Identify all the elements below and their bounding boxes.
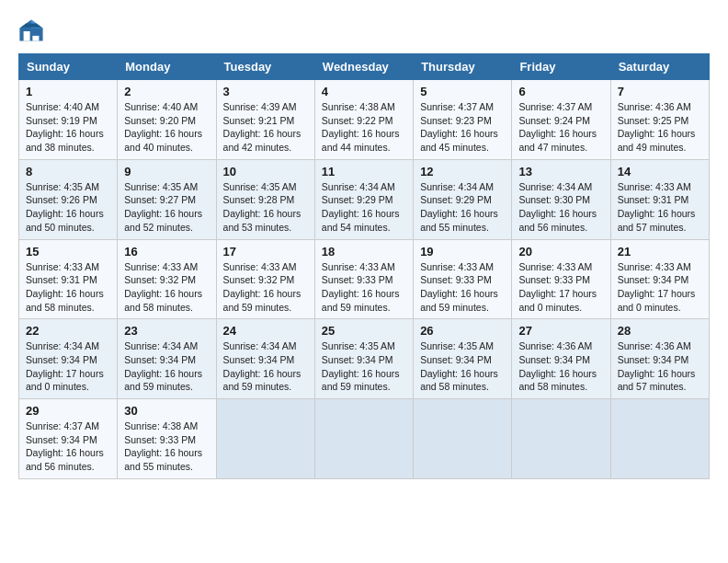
calendar-cell: 11Sunrise: 4:34 AM Sunset: 9:29 PM Dayli… bbox=[314, 159, 413, 239]
calendar-cell: 25Sunrise: 4:35 AM Sunset: 9:34 PM Dayli… bbox=[314, 319, 413, 399]
page: SundayMondayTuesdayWednesdayThursdayFrid… bbox=[0, 0, 728, 498]
day-number: 24 bbox=[223, 324, 308, 338]
day-number: 22 bbox=[26, 324, 110, 338]
column-header-thursday: Thursday bbox=[414, 54, 512, 80]
calendar-cell: 20Sunrise: 4:33 AM Sunset: 9:33 PM Dayli… bbox=[512, 239, 610, 319]
day-info: Sunrise: 4:37 AM Sunset: 9:24 PM Dayligh… bbox=[518, 100, 603, 155]
day-number: 20 bbox=[518, 245, 603, 259]
calendar-cell: 21Sunrise: 4:33 AM Sunset: 9:34 PM Dayli… bbox=[610, 239, 709, 319]
day-info: Sunrise: 4:35 AM Sunset: 9:26 PM Dayligh… bbox=[26, 180, 110, 235]
day-number: 10 bbox=[223, 165, 308, 178]
day-number: 7 bbox=[618, 85, 702, 98]
calendar-cell: 30Sunrise: 4:38 AM Sunset: 9:33 PM Dayli… bbox=[118, 399, 216, 479]
day-info: Sunrise: 4:35 AM Sunset: 9:27 PM Dayligh… bbox=[124, 180, 209, 235]
day-info: Sunrise: 4:35 AM Sunset: 9:28 PM Dayligh… bbox=[223, 180, 308, 235]
day-info: Sunrise: 4:34 AM Sunset: 9:29 PM Dayligh… bbox=[322, 180, 406, 235]
day-info: Sunrise: 4:37 AM Sunset: 9:23 PM Dayligh… bbox=[420, 100, 505, 155]
header bbox=[18, 18, 710, 44]
day-info: Sunrise: 4:36 AM Sunset: 9:25 PM Dayligh… bbox=[618, 100, 702, 155]
calendar-cell: 19Sunrise: 4:33 AM Sunset: 9:33 PM Dayli… bbox=[414, 239, 512, 319]
day-info: Sunrise: 4:40 AM Sunset: 9:19 PM Dayligh… bbox=[26, 100, 110, 155]
day-info: Sunrise: 4:33 AM Sunset: 9:32 PM Dayligh… bbox=[124, 260, 209, 315]
day-number: 3 bbox=[223, 85, 308, 98]
calendar-cell: 17Sunrise: 4:33 AM Sunset: 9:32 PM Dayli… bbox=[216, 239, 314, 319]
calendar-cell: 12Sunrise: 4:34 AM Sunset: 9:29 PM Dayli… bbox=[414, 159, 512, 239]
day-info: Sunrise: 4:39 AM Sunset: 9:21 PM Dayligh… bbox=[223, 100, 308, 155]
calendar-cell: 28Sunrise: 4:36 AM Sunset: 9:34 PM Dayli… bbox=[610, 319, 709, 399]
column-header-saturday: Saturday bbox=[610, 54, 709, 80]
day-number: 12 bbox=[420, 165, 505, 178]
calendar-header-row: SundayMondayTuesdayWednesdayThursdayFrid… bbox=[19, 54, 710, 80]
calendar-cell: 4Sunrise: 4:38 AM Sunset: 9:22 PM Daylig… bbox=[314, 80, 413, 160]
day-number: 1 bbox=[26, 85, 110, 98]
day-info: Sunrise: 4:38 AM Sunset: 9:33 PM Dayligh… bbox=[124, 419, 209, 474]
day-number: 6 bbox=[518, 85, 603, 98]
day-info: Sunrise: 4:34 AM Sunset: 9:30 PM Dayligh… bbox=[518, 180, 603, 235]
day-number: 15 bbox=[26, 245, 110, 259]
day-info: Sunrise: 4:33 AM Sunset: 9:31 PM Dayligh… bbox=[26, 260, 110, 315]
calendar-cell: 9Sunrise: 4:35 AM Sunset: 9:27 PM Daylig… bbox=[118, 159, 216, 239]
calendar-week-row: 29Sunrise: 4:37 AM Sunset: 9:34 PM Dayli… bbox=[19, 399, 710, 479]
day-number: 18 bbox=[322, 245, 406, 259]
day-info: Sunrise: 4:33 AM Sunset: 9:32 PM Dayligh… bbox=[223, 260, 308, 315]
day-info: Sunrise: 4:37 AM Sunset: 9:34 PM Dayligh… bbox=[26, 419, 110, 474]
calendar-cell: 14Sunrise: 4:33 AM Sunset: 9:31 PM Dayli… bbox=[610, 159, 709, 239]
day-info: Sunrise: 4:36 AM Sunset: 9:34 PM Dayligh… bbox=[518, 339, 603, 394]
day-info: Sunrise: 4:35 AM Sunset: 9:34 PM Dayligh… bbox=[322, 339, 406, 394]
day-number: 28 bbox=[618, 324, 702, 338]
calendar-cell bbox=[414, 399, 512, 479]
day-info: Sunrise: 4:33 AM Sunset: 9:31 PM Dayligh… bbox=[618, 180, 702, 235]
calendar-cell: 5Sunrise: 4:37 AM Sunset: 9:23 PM Daylig… bbox=[414, 80, 512, 160]
logo bbox=[18, 18, 48, 44]
calendar-cell: 1Sunrise: 4:40 AM Sunset: 9:19 PM Daylig… bbox=[19, 80, 118, 160]
calendar-cell bbox=[512, 399, 610, 479]
day-number: 30 bbox=[124, 404, 209, 418]
calendar-week-row: 15Sunrise: 4:33 AM Sunset: 9:31 PM Dayli… bbox=[19, 239, 710, 319]
day-info: Sunrise: 4:34 AM Sunset: 9:34 PM Dayligh… bbox=[223, 339, 308, 394]
day-number: 21 bbox=[618, 245, 702, 259]
column-header-monday: Monday bbox=[118, 54, 216, 80]
day-info: Sunrise: 4:33 AM Sunset: 9:33 PM Dayligh… bbox=[322, 260, 406, 315]
day-info: Sunrise: 4:34 AM Sunset: 9:34 PM Dayligh… bbox=[26, 339, 110, 394]
calendar-cell: 15Sunrise: 4:33 AM Sunset: 9:31 PM Dayli… bbox=[19, 239, 118, 319]
svg-rect-2 bbox=[24, 31, 30, 41]
day-number: 19 bbox=[420, 245, 505, 259]
calendar-week-row: 8Sunrise: 4:35 AM Sunset: 9:26 PM Daylig… bbox=[19, 159, 710, 239]
day-info: Sunrise: 4:34 AM Sunset: 9:29 PM Dayligh… bbox=[420, 180, 505, 235]
day-info: Sunrise: 4:38 AM Sunset: 9:22 PM Dayligh… bbox=[322, 100, 406, 155]
column-header-wednesday: Wednesday bbox=[314, 54, 413, 80]
day-number: 11 bbox=[322, 165, 406, 178]
day-number: 16 bbox=[124, 245, 209, 259]
calendar-cell: 13Sunrise: 4:34 AM Sunset: 9:30 PM Dayli… bbox=[512, 159, 610, 239]
calendar-cell: 27Sunrise: 4:36 AM Sunset: 9:34 PM Dayli… bbox=[512, 319, 610, 399]
svg-marker-4 bbox=[21, 24, 41, 28]
day-number: 14 bbox=[618, 165, 702, 178]
calendar-cell: 10Sunrise: 4:35 AM Sunset: 9:28 PM Dayli… bbox=[216, 159, 314, 239]
day-info: Sunrise: 4:33 AM Sunset: 9:34 PM Dayligh… bbox=[618, 260, 702, 315]
day-number: 8 bbox=[26, 165, 110, 178]
calendar-cell: 24Sunrise: 4:34 AM Sunset: 9:34 PM Dayli… bbox=[216, 319, 314, 399]
day-number: 25 bbox=[322, 324, 406, 338]
calendar-cell: 29Sunrise: 4:37 AM Sunset: 9:34 PM Dayli… bbox=[19, 399, 118, 479]
calendar-cell: 2Sunrise: 4:40 AM Sunset: 9:20 PM Daylig… bbox=[118, 80, 216, 160]
calendar-cell: 6Sunrise: 4:37 AM Sunset: 9:24 PM Daylig… bbox=[512, 80, 610, 160]
calendar-cell: 3Sunrise: 4:39 AM Sunset: 9:21 PM Daylig… bbox=[216, 80, 314, 160]
calendar-cell: 26Sunrise: 4:35 AM Sunset: 9:34 PM Dayli… bbox=[414, 319, 512, 399]
calendar-cell bbox=[314, 399, 413, 479]
day-number: 2 bbox=[124, 85, 209, 98]
day-number: 17 bbox=[223, 245, 308, 259]
calendar-cell: 18Sunrise: 4:33 AM Sunset: 9:33 PM Dayli… bbox=[314, 239, 413, 319]
day-number: 4 bbox=[322, 85, 406, 98]
day-info: Sunrise: 4:33 AM Sunset: 9:33 PM Dayligh… bbox=[420, 260, 505, 315]
day-info: Sunrise: 4:34 AM Sunset: 9:34 PM Dayligh… bbox=[124, 339, 209, 394]
calendar-cell: 23Sunrise: 4:34 AM Sunset: 9:34 PM Dayli… bbox=[118, 319, 216, 399]
calendar-week-row: 22Sunrise: 4:34 AM Sunset: 9:34 PM Dayli… bbox=[19, 319, 710, 399]
day-info: Sunrise: 4:36 AM Sunset: 9:34 PM Dayligh… bbox=[618, 339, 702, 394]
calendar-week-row: 1Sunrise: 4:40 AM Sunset: 9:19 PM Daylig… bbox=[19, 80, 710, 160]
column-header-tuesday: Tuesday bbox=[216, 54, 314, 80]
calendar-table: SundayMondayTuesdayWednesdayThursdayFrid… bbox=[18, 53, 710, 479]
calendar-cell: 7Sunrise: 4:36 AM Sunset: 9:25 PM Daylig… bbox=[610, 80, 709, 160]
calendar-cell bbox=[610, 399, 709, 479]
day-info: Sunrise: 4:35 AM Sunset: 9:34 PM Dayligh… bbox=[420, 339, 505, 394]
day-number: 13 bbox=[518, 165, 603, 178]
